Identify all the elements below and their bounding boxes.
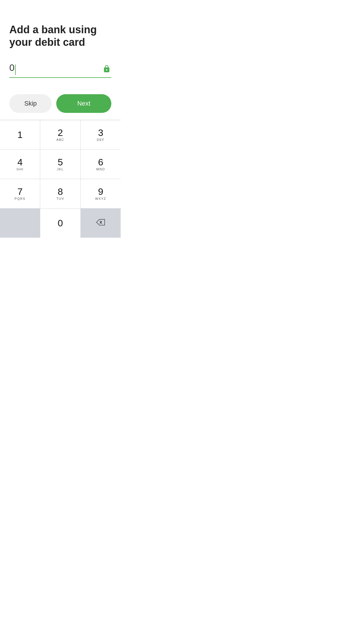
card-input-row: 0 — [9, 62, 111, 78]
numpad-key-1[interactable]: 1 — [0, 120, 40, 149]
next-button[interactable]: Next — [56, 94, 111, 113]
input-cursor — [15, 64, 16, 75]
numpad-key-5[interactable]: 5 JKL — [40, 150, 80, 179]
lock-icon — [102, 64, 111, 74]
card-input-value: 0 — [9, 62, 15, 73]
numpad-key-7[interactable]: 7 PQRS — [0, 179, 40, 208]
main-content: Add a bank using your debit card 0 — [0, 0, 121, 87]
numpad-empty — [0, 209, 40, 238]
numpad-delete-button[interactable] — [81, 209, 121, 238]
numpad-key-0[interactable]: 0 — [40, 209, 80, 238]
delete-icon — [96, 218, 105, 228]
numpad-key-8[interactable]: 8 TUV — [40, 179, 80, 208]
page-title: Add a bank using your debit card — [9, 23, 111, 48]
numpad-key-3[interactable]: 3 DEF — [81, 120, 121, 149]
numpad-key-4[interactable]: 4 GHI — [0, 150, 40, 179]
skip-button[interactable]: Skip — [9, 94, 52, 113]
numpad-key-6[interactable]: 6 MNO — [81, 150, 121, 179]
card-input-display: 0 — [9, 62, 16, 75]
numpad-key-9[interactable]: 9 WXYZ — [81, 179, 121, 208]
numpad: 1 2 ABC 3 DEF 4 GHI 5 JKL 6 MNO 7 PQRS 8… — [0, 120, 121, 238]
action-buttons-container: Skip Next — [0, 87, 121, 120]
numpad-key-2[interactable]: 2 ABC — [40, 120, 80, 149]
